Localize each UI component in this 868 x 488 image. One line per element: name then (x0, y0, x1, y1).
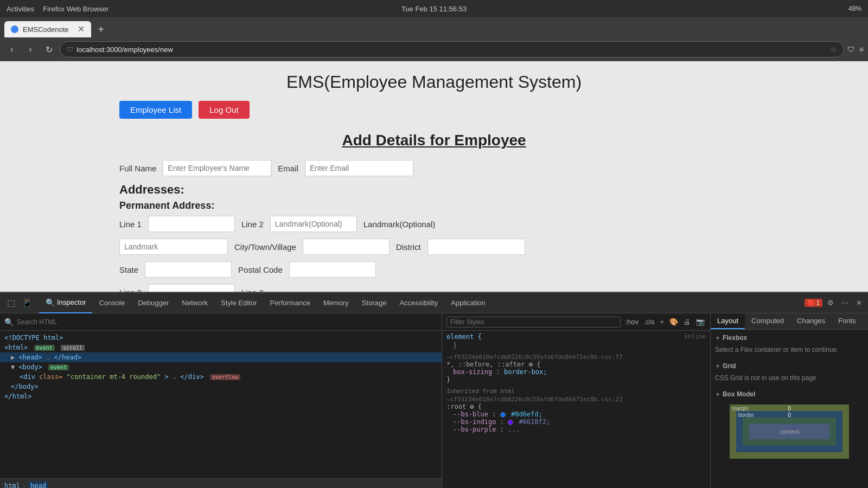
scroll-badge: scroll (61, 345, 85, 351)
layout-panel: Layout Computed Changes Fonts Anim... ▼ … (711, 313, 868, 488)
line2-extra-input[interactable] (148, 284, 235, 292)
tab-accessibility[interactable]: Accessibility (393, 293, 444, 313)
html-body-close-line[interactable]: </body> (0, 382, 442, 391)
indigo-swatch (508, 420, 513, 425)
extra-label2: Line 3 (241, 288, 264, 292)
tab-accessibility-label: Accessibility (399, 299, 438, 307)
form-title: Add Details for Employee (119, 132, 749, 149)
search-icon: 🔍 (4, 318, 14, 326)
html-search-input[interactable] (17, 318, 437, 326)
browser-content: EMS(Employee Management System) Employee… (0, 61, 868, 292)
close-tab-button[interactable]: ✕ (78, 25, 85, 34)
tab-changes[interactable]: Changes (790, 313, 832, 329)
breadcrumb: html › head (0, 478, 442, 488)
class-toggle[interactable]: .cls (643, 317, 656, 327)
event-badge: event (34, 345, 55, 351)
more-tools-btn[interactable]: ⋯ (839, 298, 851, 308)
html-head-line[interactable]: ▶ <head> … </head> (0, 352, 442, 362)
devtools-panel: ⬚ 📱 🔍 Inspector Console Debugger Network… (0, 292, 868, 488)
html-body-line[interactable]: ▼ <body> event (0, 362, 442, 372)
error-badge[interactable]: 🔴 1 (805, 299, 822, 307)
inherited-heading: Inherited from html (446, 388, 706, 395)
tab-network[interactable]: Network (175, 293, 214, 313)
element-style-block: element { inline } (446, 333, 706, 349)
full-name-input[interactable] (163, 160, 271, 176)
all-selector-block: —cf93234e018e7cdb8226c0c59afd6fde8b471ec… (446, 354, 706, 383)
email-input[interactable] (305, 160, 413, 176)
os-bar-left: Activities Firefox Web Browser (7, 5, 108, 13)
box-model-title: Box Model (723, 390, 756, 398)
browser-chrome: EMSCodenote ✕ + ‹ › ↻ 🛡 localhost:3000/e… (0, 17, 868, 61)
url-text: localhost:3000/employees/new (76, 46, 827, 54)
html-html-close-line[interactable]: </html> (0, 391, 442, 401)
flexbox-text: Select a Flex container or item to conti… (715, 344, 864, 356)
breadcrumb-html[interactable]: html (4, 482, 20, 489)
tab-inspector[interactable]: 🔍 Inspector (39, 293, 92, 313)
employee-list-button[interactable]: Employee List (119, 101, 192, 119)
district-input[interactable] (427, 239, 525, 255)
reload-button[interactable]: ↻ (41, 42, 56, 57)
city-input[interactable] (303, 239, 390, 255)
state-postal-row: State Postal Code (119, 261, 749, 278)
tab-network-label: Network (182, 299, 208, 307)
forward-button[interactable]: › (23, 42, 38, 57)
bookmark-icon[interactable]: ☆ (830, 45, 837, 54)
flexbox-title: Flexbox (723, 334, 747, 342)
line1-input[interactable] (148, 216, 235, 232)
postal-input[interactable] (289, 261, 376, 278)
tab-console[interactable]: Console (92, 293, 131, 313)
address-line12-row: Line 1 Line 2 Landmark(Optional) (119, 216, 749, 232)
styles-filter-input[interactable] (446, 317, 621, 328)
new-tab-button[interactable]: + (93, 22, 108, 37)
grid-text: CSS Grid is not in use on this page (715, 372, 864, 384)
shield-btn[interactable]: 🛡 (847, 45, 855, 54)
add-rule-btn[interactable]: + (659, 317, 665, 327)
html-div-line[interactable]: <div class= "container mt-4 rounded" > …… (0, 372, 442, 382)
tab-animations[interactable]: Anim... (863, 313, 868, 329)
tab-performance[interactable]: Performance (263, 293, 316, 313)
state-input[interactable] (145, 261, 232, 278)
line2-input[interactable] (270, 216, 357, 232)
html-doctype-line[interactable]: <!DOCTYPE html> (0, 333, 442, 343)
tab-performance-label: Performance (270, 299, 310, 307)
tab-memory[interactable]: Memory (317, 293, 355, 313)
menu-btn[interactable]: ≡ (859, 45, 864, 54)
tab-bar: EMSCodenote ✕ + (0, 17, 868, 38)
tab-layout[interactable]: Layout (711, 313, 745, 329)
screenshot-btn[interactable]: 📷 (695, 317, 706, 327)
tab-style-editor[interactable]: Style Editor (214, 293, 263, 313)
battery: 48% (848, 5, 861, 12)
styles-content: element { inline } —cf93234e018e7cdb8226… (442, 331, 710, 488)
breadcrumb-head[interactable]: head (28, 481, 48, 489)
overflow-badge: overflow (210, 374, 240, 380)
responsive-mode-button[interactable]: 📱 (20, 296, 35, 311)
print-btn[interactable]: 🖨 (682, 317, 692, 327)
landmark-input[interactable] (119, 239, 228, 255)
box-model: margin 0 border 0 content (730, 404, 849, 459)
browser-name: Firefox Web Browser (43, 5, 108, 13)
app-container: EMS(Employee Management System) Employee… (108, 61, 760, 292)
html-html-line[interactable]: <html> event scroll (0, 343, 442, 352)
datetime: Tue Feb 15 11:56:53 (401, 5, 467, 13)
styles-panel: :hov .cls + 🎨 🖨 📷 element { inline } —cf… (442, 313, 711, 488)
address-bar[interactable]: 🛡 localhost:3000/employees/new ☆ (60, 41, 844, 57)
logout-button[interactable]: Log Out (199, 101, 249, 119)
tab-storage[interactable]: Storage (355, 293, 393, 313)
close-devtools-btn[interactable]: ✕ (853, 298, 865, 308)
tab-title: EMSCodenote (23, 25, 69, 34)
tab-application[interactable]: Application (444, 293, 492, 313)
tab-fonts[interactable]: Fonts (832, 313, 863, 329)
back-button[interactable]: ‹ (4, 42, 20, 57)
tab-computed[interactable]: Computed (745, 313, 790, 329)
color-scheme-btn[interactable]: 🎨 (668, 317, 679, 327)
activities-label[interactable]: Activities (7, 5, 34, 13)
tab-debugger[interactable]: Debugger (131, 293, 175, 313)
inspector-cursor-button[interactable]: ⬚ (3, 296, 18, 311)
postal-label: Postal Code (238, 265, 283, 274)
styles-filter-bar: :hov .cls + 🎨 🖨 📷 (442, 313, 710, 331)
name-email-row: Full Name Email (119, 160, 749, 176)
settings-btn[interactable]: ⚙ (825, 298, 837, 308)
layout-tabs: Layout Computed Changes Fonts Anim... (711, 313, 868, 330)
browser-tab[interactable]: EMSCodenote ✕ (4, 21, 91, 37)
hover-toggle[interactable]: :hov (624, 317, 640, 327)
